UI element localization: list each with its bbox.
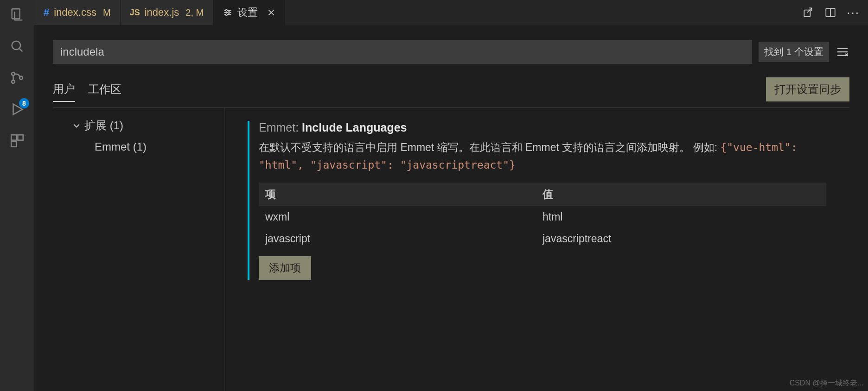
main-column: # index.css M JS index.js 2, M 设置 ·· [34,0,868,391]
watermark: CSDN @择一城终老... [790,378,863,388]
chevron-down-icon [72,121,81,130]
extensions-icon[interactable] [8,132,26,150]
settings-content: 找到 1 个设置 用户 工作区 打开设置同步 扩展 (1) Emmet (1) [34,25,868,391]
kv-col-key: 项 [265,187,542,202]
svg-line-2 [19,49,23,52]
svg-rect-18 [804,10,811,17]
kv-table: 项 值 wxml html javascript javascriptreact [259,183,826,250]
split-editor-icon[interactable] [824,6,836,19]
setting-title: Emmet: Include Languages [259,121,826,134]
setting-title-prefix: Emmet: [259,121,302,134]
kv-val: javascriptreact [542,233,820,245]
add-item-button[interactable]: 添加项 [259,256,311,280]
tab-index-css[interactable]: # index.css M [34,0,121,25]
kv-key: wxml [265,211,542,223]
svg-point-13 [226,10,228,12]
tab-label: index.js [145,6,179,19]
close-icon[interactable] [267,8,275,17]
filter-icon[interactable] [836,45,849,59]
settings-tree: 扩展 (1) Emmet (1) [53,108,224,391]
settings-main: Emmet: Include Languages 在默认不受支持的语言中启用 E… [224,108,849,391]
tab-index-js[interactable]: JS index.js 2, M [121,0,214,25]
more-actions-icon[interactable]: ··· [847,6,860,20]
scope-user-tab[interactable]: 用户 [53,77,75,102]
tree-label: 扩展 (1) [84,118,123,133]
setting-description: 在默认不受支持的语言中启用 Emmet 缩写。在此语言和 Emmet 支持的语言… [259,139,826,174]
explorer-icon[interactable] [8,6,26,24]
kv-key: javascript [265,233,542,245]
settings-sync-button[interactable]: 打开设置同步 [766,77,849,101]
kv-val: html [542,211,820,223]
setting-emmet-include-languages: Emmet: Include Languages 在默认不受支持的语言中启用 E… [248,121,826,280]
activity-bar: 8 [0,0,34,391]
tab-bar: # index.css M JS index.js 2, M 设置 ·· [34,0,868,25]
tab-settings[interactable]: 设置 [213,0,285,25]
table-row[interactable]: wxml html [259,206,826,228]
source-control-icon[interactable] [8,69,26,87]
scope-workspace-tab[interactable]: 工作区 [88,77,121,101]
js-file-icon: JS [130,8,140,18]
tab-label: 设置 [237,6,258,19]
tab-actions: ··· [802,0,868,25]
svg-point-1 [12,41,20,50]
found-count-badge: 找到 1 个设置 [759,42,829,62]
svg-point-15 [226,14,228,16]
kv-head: 项 值 [259,183,826,206]
svg-point-14 [228,12,230,13]
tree-label: Emmet (1) [95,140,147,153]
settings-search-input[interactable] [53,40,752,64]
svg-point-3 [12,72,15,76]
svg-point-4 [12,80,15,83]
table-row[interactable]: javascript javascriptreact [259,228,826,250]
setting-title-name: Include Languages [302,121,407,134]
kv-col-val: 值 [542,187,820,202]
svg-rect-8 [18,135,23,140]
tree-item-extensions[interactable]: 扩展 (1) [53,114,224,137]
svg-rect-7 [11,135,16,140]
tab-modified-indicator: M [103,7,111,18]
css-file-icon: # [44,6,49,19]
search-icon[interactable] [8,37,26,56]
tab-label: index.css [54,6,96,19]
settings-scope-row: 用户 工作区 打开设置同步 [53,77,849,102]
settings-body: 扩展 (1) Emmet (1) Emmet: Include Language… [53,107,849,391]
setting-desc-text: 在默认不受支持的语言中启用 Emmet 缩写。在此语言和 Emmet 支持的语言… [259,141,720,153]
svg-rect-0 [12,9,20,19]
tree-item-emmet[interactable]: Emmet (1) [53,137,224,157]
svg-rect-9 [11,141,16,146]
open-file-icon[interactable] [802,6,814,19]
settings-tab-icon [223,7,233,18]
scm-badge: 8 [19,98,29,108]
settings-search-row: 找到 1 个设置 [53,40,849,64]
tab-modified-indicator: 2, M [185,7,204,18]
